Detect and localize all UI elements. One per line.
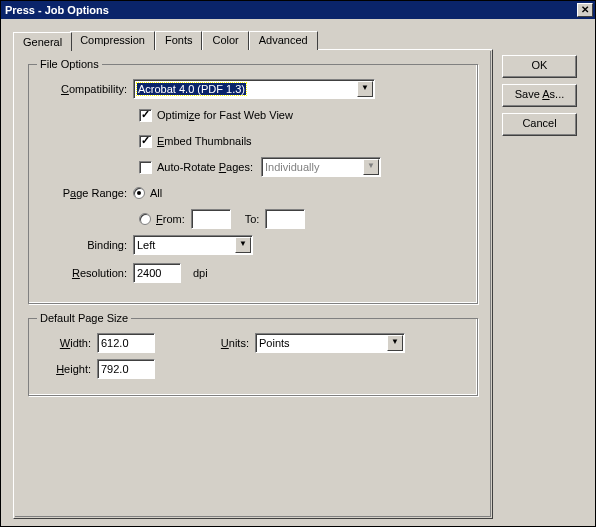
- tab-strip: General Compression Fonts Color Advanced: [15, 31, 583, 50]
- autorotate-label: Auto-Rotate Pages:: [157, 161, 253, 173]
- units-label: Units:: [215, 337, 255, 349]
- page-from-input[interactable]: [191, 209, 231, 229]
- binding-label: Binding:: [41, 239, 133, 251]
- save-as-button[interactable]: Save As...: [502, 84, 577, 107]
- dialog-body: General Compression Fonts Color Advanced…: [1, 19, 595, 526]
- binding-select[interactable]: Left ▼: [133, 235, 253, 255]
- resolution-label: Resolution:: [41, 267, 133, 279]
- page-range-to-label: To:: [245, 213, 260, 225]
- page-range-from-radio[interactable]: From:: [139, 213, 185, 225]
- side-button-column: OK Save As... Cancel: [502, 55, 577, 136]
- embed-label: Embed Thumbnails: [157, 135, 252, 147]
- default-page-size-title: Default Page Size: [37, 312, 131, 324]
- chevron-down-icon: ▼: [363, 159, 379, 175]
- compatibility-label: Compatibility:: [41, 83, 133, 95]
- autorotate-checkbox[interactable]: Auto-Rotate Pages:: [139, 161, 253, 174]
- tab-color[interactable]: Color: [202, 31, 248, 50]
- resolution-input[interactable]: 2400: [133, 263, 181, 283]
- page-range-from-label: From:: [156, 213, 185, 225]
- file-options-title: File Options: [37, 58, 102, 70]
- optimize-label: Optimize for Fast Web View: [157, 109, 293, 121]
- chevron-down-icon: ▼: [357, 81, 373, 97]
- checkbox-icon: [139, 135, 152, 148]
- tab-compression[interactable]: Compression: [70, 31, 155, 50]
- ok-button[interactable]: OK: [502, 55, 577, 78]
- autorotate-select: Individually ▼: [261, 157, 381, 177]
- chevron-down-icon: ▼: [235, 237, 251, 253]
- checkbox-icon: [139, 109, 152, 122]
- resolution-unit: dpi: [193, 267, 208, 279]
- close-icon[interactable]: ✕: [577, 3, 593, 17]
- optimize-checkbox[interactable]: Optimize for Fast Web View: [139, 109, 293, 122]
- height-label: Height:: [41, 363, 97, 375]
- dialog-window: Press - Job Options ✕ General Compressio…: [0, 0, 596, 527]
- page-to-input[interactable]: [265, 209, 305, 229]
- tab-general[interactable]: General: [13, 32, 72, 51]
- titlebar: Press - Job Options ✕: [1, 1, 595, 19]
- width-label: Width:: [41, 337, 97, 349]
- checkbox-icon: [139, 161, 152, 174]
- cancel-button[interactable]: Cancel: [502, 113, 577, 136]
- embed-thumbnails-checkbox[interactable]: Embed Thumbnails: [139, 135, 252, 148]
- compatibility-select[interactable]: Acrobat 4.0 (PDF 1.3) ▼: [133, 79, 375, 99]
- radio-icon: [139, 213, 151, 225]
- tab-advanced[interactable]: Advanced: [249, 31, 318, 50]
- tab-fonts[interactable]: Fonts: [155, 31, 203, 50]
- page-range-label: Page Range:: [41, 187, 133, 199]
- default-page-size-group: Default Page Size Width: 612.0 Units: Po…: [28, 318, 478, 396]
- height-input[interactable]: 792.0: [97, 359, 155, 379]
- tab-panel-general: File Options Compatibility: Acrobat 4.0 …: [13, 49, 493, 519]
- radio-icon: [133, 187, 145, 199]
- width-input[interactable]: 612.0: [97, 333, 155, 353]
- units-select[interactable]: Points ▼: [255, 333, 405, 353]
- window-title: Press - Job Options: [5, 4, 577, 16]
- page-range-all-label: All: [150, 187, 162, 199]
- page-range-all-radio[interactable]: All: [133, 187, 162, 199]
- file-options-group: File Options Compatibility: Acrobat 4.0 …: [28, 64, 478, 304]
- chevron-down-icon: ▼: [387, 335, 403, 351]
